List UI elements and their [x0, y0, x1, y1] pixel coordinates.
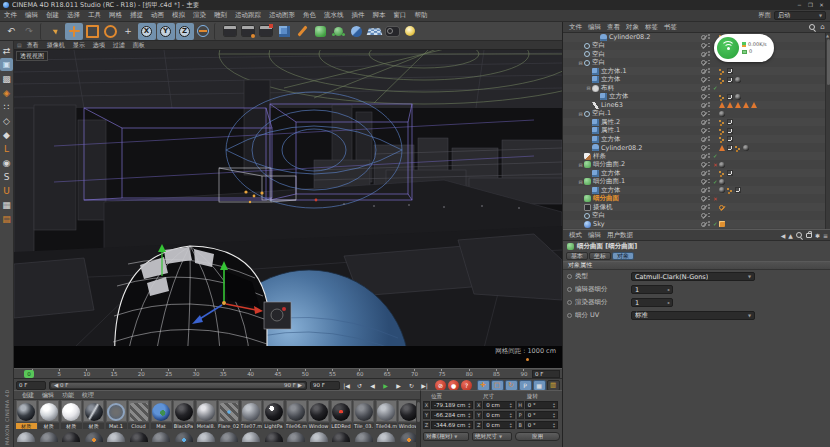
- menu-item[interactable]: 工具: [84, 11, 105, 20]
- record-keyframe-button[interactable]: ⊘: [435, 380, 446, 391]
- visibility-toggles[interactable]: [701, 204, 713, 210]
- make-editable-button[interactable]: ⇄: [0, 44, 13, 57]
- editor-visibility-dots[interactable]: [708, 196, 710, 202]
- render-visibility-icon[interactable]: [701, 120, 706, 125]
- viewport-scene[interactable]: 透视视图 网格间距 : 1000 cm: [14, 50, 562, 368]
- editor-visibility-dots[interactable]: [708, 94, 710, 100]
- tree-row[interactable]: 立方体: [563, 76, 830, 85]
- menu-item[interactable]: 雕刻: [210, 11, 231, 20]
- editor-visibility-dots[interactable]: [708, 187, 710, 193]
- workplane-mode-button[interactable]: ◈: [0, 86, 13, 99]
- workplane-button[interactable]: ▤: [0, 212, 13, 225]
- snap-toggle-button[interactable]: S: [0, 170, 13, 183]
- viewport-menu-item[interactable]: 摄像机: [43, 41, 69, 50]
- key-parameter-toggle[interactable]: P: [519, 380, 532, 391]
- material-thumbnail[interactable]: Metal8.: [195, 400, 217, 429]
- camera-button[interactable]: [383, 23, 401, 40]
- size-field[interactable]: 0 cm▴▾: [483, 421, 514, 429]
- forward-arrow-icon[interactable]: ▲: [788, 232, 793, 239]
- render-visibility-icon[interactable]: [701, 196, 706, 201]
- render-visibility-icon[interactable]: [701, 86, 706, 91]
- editor-visibility-dots[interactable]: [708, 43, 710, 49]
- render-visibility-icon[interactable]: [701, 222, 706, 227]
- mat-tag-icon[interactable]: [735, 94, 741, 100]
- phong-tag-icon[interactable]: [727, 102, 733, 108]
- render-visibility-icon[interactable]: [701, 111, 706, 116]
- menu-item[interactable]: 运动跟踪: [231, 11, 265, 20]
- material-thumbnail[interactable]: Tile06.m: [285, 400, 307, 429]
- visibility-toggles[interactable]: [701, 128, 713, 134]
- checker-tag-icon[interactable]: [727, 94, 733, 100]
- editor-visibility-dots[interactable]: [708, 204, 710, 210]
- editor-visibility-dots[interactable]: [708, 128, 710, 134]
- viewport-solo-button[interactable]: ◉: [0, 156, 13, 169]
- phong-tag-icon[interactable]: [743, 102, 749, 108]
- attribute-menu-item[interactable]: 模式: [566, 231, 585, 240]
- menu-item[interactable]: 渲染: [189, 11, 210, 20]
- phong-tag-icon[interactable]: [719, 102, 725, 108]
- position-field[interactable]: -66.284 cm▴▾: [431, 411, 473, 419]
- tree-row[interactable]: 细分曲面 ✕: [563, 195, 830, 204]
- render-visibility-icon[interactable]: [701, 43, 706, 48]
- menu-item[interactable]: 捕捉: [126, 11, 147, 20]
- maximize-button[interactable]: ❐: [805, 1, 816, 10]
- render-visibility-icon[interactable]: [701, 103, 706, 108]
- expand-toggle[interactable]: ⊟: [577, 179, 584, 185]
- key-rotation-toggle[interactable]: ↻: [505, 380, 518, 391]
- material-thumbnail[interactable]: 材质: [83, 400, 105, 429]
- render-visibility-icon[interactable]: [701, 60, 706, 65]
- move-tool[interactable]: [65, 23, 83, 40]
- material-thumbnail[interactable]: [150, 430, 172, 442]
- phong-tag-icon[interactable]: [751, 102, 757, 108]
- view-label[interactable]: 透视视图: [16, 51, 48, 61]
- model-mode-button[interactable]: ▣: [0, 58, 13, 71]
- dot-tag-icon[interactable]: [719, 94, 725, 100]
- floor-button[interactable]: [365, 23, 383, 40]
- menu-item[interactable]: 创建: [42, 11, 63, 20]
- viewport-menu-item[interactable]: 面板: [129, 41, 149, 50]
- checker-tag-icon[interactable]: [727, 136, 733, 142]
- material-thumbnail[interactable]: [15, 430, 37, 442]
- viewport-menu-item[interactable]: 过滤: [109, 41, 129, 50]
- rotate-tool[interactable]: [101, 23, 119, 40]
- render-view-button[interactable]: [221, 23, 239, 40]
- material-thumbnail[interactable]: Flare_02: [218, 400, 240, 429]
- dot-tag-icon[interactable]: [727, 187, 733, 193]
- separator[interactable]: [214, 23, 219, 40]
- field-control[interactable]: Catmull-Clark(N-Gons): [631, 272, 755, 281]
- material-thumbnail[interactable]: Tile07.m: [240, 400, 262, 429]
- render-visibility-icon[interactable]: [701, 69, 706, 74]
- visibility-toggles[interactable]: [701, 68, 713, 74]
- material-thumbnail[interactable]: [285, 430, 307, 442]
- render-visibility-icon[interactable]: [701, 205, 706, 210]
- editor-visibility-dots[interactable]: [708, 85, 710, 91]
- visibility-toggles[interactable]: [701, 51, 713, 57]
- enable-state-icon[interactable]: ✓: [713, 179, 718, 185]
- key-position-toggle[interactable]: ✚: [477, 380, 490, 391]
- viewport-menu-icon[interactable]: ▤: [17, 42, 22, 48]
- position-field[interactable]: -344.69 cm▴▾: [431, 421, 473, 429]
- visibility-toggles[interactable]: ✓: [701, 153, 718, 159]
- visibility-toggles[interactable]: [701, 136, 713, 142]
- mat-tag-icon[interactable]: [719, 179, 725, 185]
- material-thumbnail[interactable]: LightPa: [263, 400, 285, 429]
- viewport-menu-item[interactable]: 查看: [23, 41, 43, 50]
- checker-tag-icon[interactable]: [727, 119, 733, 125]
- render-visibility-icon[interactable]: [701, 145, 706, 150]
- enable-state-icon[interactable]: ✕: [713, 196, 718, 202]
- object-manager-menu-item[interactable]: 对象: [623, 23, 642, 32]
- editor-visibility-dots[interactable]: [708, 102, 710, 108]
- menu-item[interactable]: 角色: [299, 11, 320, 20]
- tree-row[interactable]: 样条 ✓: [563, 152, 830, 161]
- visibility-toggles[interactable]: [701, 94, 713, 100]
- mat-tag-icon[interactable]: [735, 77, 741, 83]
- material-thumbnail[interactable]: [330, 430, 352, 442]
- checker-tag-icon[interactable]: [727, 170, 733, 176]
- enable-state-icon[interactable]: ✓: [713, 153, 718, 159]
- editor-visibility-dots[interactable]: [708, 170, 710, 176]
- render-visibility-icon[interactable]: [701, 128, 706, 133]
- mat-tag-icon[interactable]: [743, 145, 749, 151]
- size-field[interactable]: 0 cm▴▾: [483, 401, 514, 409]
- field-control[interactable]: 1: [631, 285, 673, 294]
- frame-range-slider[interactable]: ◀ 0 F 90 F ▶: [49, 381, 307, 390]
